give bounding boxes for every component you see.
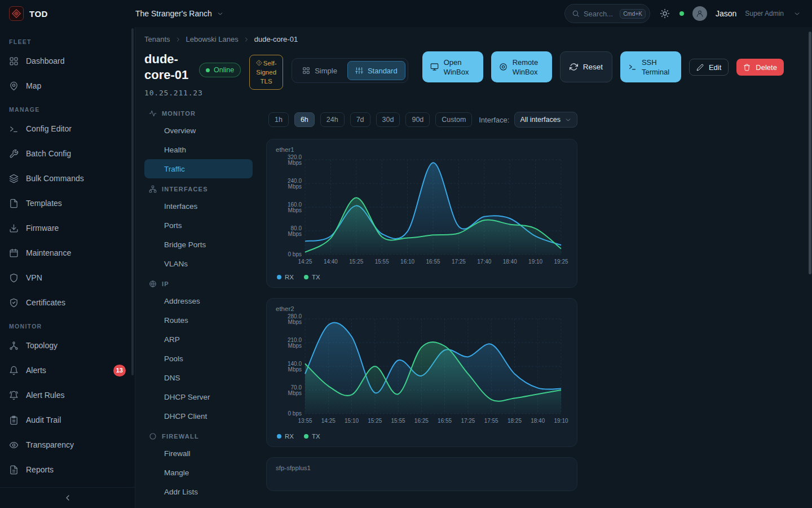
sidebar: FLEETDashboardMapMANAGEConfig EditorBatc… bbox=[0, 27, 135, 508]
range-custom-button[interactable]: Custom bbox=[435, 112, 472, 127]
topology-icon bbox=[9, 341, 19, 351]
subnav-item-vlans[interactable]: VLANs bbox=[144, 254, 253, 273]
subnav-item-overview[interactable]: Overview bbox=[144, 121, 253, 140]
sidebar-scrollbar[interactable] bbox=[131, 28, 134, 375]
breadcrumb-tenants[interactable]: Tenants bbox=[144, 35, 170, 43]
chart-title: ether2 bbox=[276, 305, 568, 312]
subnav-item-mangle[interactable]: Mangle bbox=[144, 463, 253, 482]
sidebar-item-label: Bulk Commands bbox=[26, 174, 84, 183]
alert-diamond-icon bbox=[256, 60, 262, 66]
subnav-item-health[interactable]: Health bbox=[144, 140, 253, 159]
globe-icon bbox=[149, 280, 157, 288]
sidebar-item-vpn[interactable]: VPN bbox=[0, 265, 135, 290]
app-root: TOD The Stranger's Ranch Cmd+K Jason Sup… bbox=[0, 0, 812, 508]
subnav-item-pools[interactable]: Pools bbox=[144, 349, 253, 368]
sidebar-item-alert-rules[interactable]: Alert Rules bbox=[0, 383, 135, 408]
range-30d-button[interactable]: 30d bbox=[376, 112, 400, 127]
sidebar-item-label: Alert Rules bbox=[26, 391, 64, 400]
subnav-item-firewall[interactable]: Firewall bbox=[144, 444, 253, 463]
sidebar-item-label: Firmware bbox=[26, 224, 59, 233]
mode-standard-button[interactable]: Standard bbox=[347, 61, 405, 80]
subnav-item-bridge-ports[interactable]: Bridge Ports bbox=[144, 235, 253, 254]
page-scrollbar[interactable] bbox=[809, 32, 811, 274]
legend-dot-icon bbox=[277, 275, 281, 279]
open-winbox-button[interactable]: Open WinBox bbox=[422, 51, 483, 82]
svg-text:Mbps: Mbps bbox=[288, 207, 302, 213]
svg-text:13:55: 13:55 bbox=[298, 418, 312, 424]
sidebar-item-transparency[interactable]: Transparency bbox=[0, 432, 135, 457]
edit-button[interactable]: Edit bbox=[689, 59, 729, 76]
chart-legend: RXTX bbox=[276, 433, 568, 440]
bell-ring-icon bbox=[9, 391, 19, 400]
subnav-item-interfaces[interactable]: Interfaces bbox=[144, 196, 253, 216]
device-header: dude-core-01 10.25.211.23 Online Self-Si… bbox=[144, 51, 812, 97]
delete-button[interactable]: Delete bbox=[736, 59, 784, 76]
view-mode-toggle: Simple Standard bbox=[292, 58, 408, 83]
search-shortcut-badge: Cmd+K bbox=[620, 9, 646, 19]
sidebar-nav: FLEETDashboardMapMANAGEConfig EditorBatc… bbox=[0, 27, 135, 487]
tod-logo-icon bbox=[9, 6, 24, 21]
topbar: TOD The Stranger's Ranch Cmd+K Jason Sup… bbox=[0, 0, 812, 27]
svg-text:Mbps: Mbps bbox=[288, 160, 302, 166]
search-input[interactable] bbox=[584, 10, 616, 18]
reset-button[interactable]: Reset bbox=[560, 51, 612, 82]
circle-icon bbox=[149, 432, 157, 440]
sidebar-item-label: Batch Config bbox=[26, 149, 71, 158]
network-icon bbox=[149, 185, 157, 193]
subnav-item-traffic[interactable]: Traffic bbox=[144, 159, 253, 178]
sidebar-item-label: Config Editor bbox=[26, 124, 72, 133]
ssh-terminal-button[interactable]: SSH Terminal bbox=[620, 51, 681, 82]
sidebar-item-dashboard[interactable]: Dashboard bbox=[0, 49, 135, 73]
range-6h-button[interactable]: 6h bbox=[294, 112, 315, 127]
sidebar-item-bulk-commands[interactable]: Bulk Commands bbox=[0, 166, 135, 191]
eye-icon bbox=[9, 440, 19, 450]
sidebar-item-label: Alerts bbox=[26, 366, 46, 375]
sidebar-item-topology[interactable]: Topology bbox=[0, 333, 135, 358]
sidebar-item-certificates[interactable]: Certificates bbox=[0, 290, 135, 315]
sidebar-item-reports[interactable]: Reports bbox=[0, 457, 135, 482]
sidebar-item-batch-config[interactable]: Batch Config bbox=[0, 141, 135, 166]
range-24h-button[interactable]: 24h bbox=[320, 112, 345, 127]
subnav-item-dns[interactable]: DNS bbox=[144, 368, 253, 387]
page-title: dude-core-01 bbox=[144, 51, 191, 83]
range-90d-button[interactable]: 90d bbox=[405, 112, 430, 127]
subnav-item-routes[interactable]: Routes bbox=[144, 310, 253, 330]
calendar-icon bbox=[9, 248, 19, 258]
search-bar[interactable]: Cmd+K bbox=[564, 4, 650, 23]
subnav-item-ports[interactable]: Ports bbox=[144, 216, 253, 235]
breadcrumb-lebowski-lanes[interactable]: Lebowski Lanes bbox=[186, 35, 239, 43]
subnav-item-arp[interactable]: ARP bbox=[144, 330, 253, 349]
sidebar-section-fleet: FLEET bbox=[0, 30, 135, 49]
sidebar-item-firmware[interactable]: Firmware bbox=[0, 216, 135, 240]
svg-text:19:10: 19:10 bbox=[554, 418, 568, 424]
chevron-right-icon bbox=[243, 36, 250, 43]
traffic-chart: 0 bps70.0Mbps140.0Mbps210.0Mbps280.0Mbps… bbox=[276, 313, 569, 430]
remote-winbox-button[interactable]: Remote WinBox bbox=[491, 51, 552, 82]
interface-select[interactable]: All interfaces bbox=[514, 112, 577, 128]
sidebar-item-maintenance[interactable]: Maintenance bbox=[0, 240, 135, 265]
interface-picker: Interface: All interfaces bbox=[479, 112, 577, 128]
sidebar-item-alerts[interactable]: Alerts13 bbox=[0, 358, 135, 383]
sidebar-item-label: Topology bbox=[26, 341, 58, 350]
sidebar-item-templates[interactable]: Templates bbox=[0, 191, 135, 216]
legend-dot-icon bbox=[304, 434, 308, 439]
sidebar-item-map[interactable]: Map bbox=[0, 73, 135, 98]
range-7d-button[interactable]: 7d bbox=[350, 112, 370, 127]
user-menu-button[interactable] bbox=[792, 9, 802, 19]
status-badge: Online bbox=[199, 63, 241, 77]
range-1h-button[interactable]: 1h bbox=[268, 112, 289, 127]
subnav-item-dhcp-client[interactable]: DHCP Client bbox=[144, 406, 253, 426]
mode-simple-button[interactable]: Simple bbox=[294, 61, 345, 80]
app-logo[interactable]: TOD bbox=[0, 6, 135, 21]
subnav-item-dhcp-server[interactable]: DHCP Server bbox=[144, 387, 253, 406]
svg-text:17:25: 17:25 bbox=[452, 259, 466, 265]
subnav-item-addr-lists[interactable]: Addr Lists bbox=[144, 482, 253, 501]
trash-icon bbox=[743, 64, 751, 71]
tenant-selector[interactable]: The Stranger's Ranch bbox=[135, 9, 224, 18]
subnav-item-addresses[interactable]: Addresses bbox=[144, 291, 253, 310]
avatar[interactable] bbox=[692, 6, 707, 21]
theme-toggle-button[interactable] bbox=[659, 7, 671, 20]
sidebar-collapse-button[interactable] bbox=[63, 493, 72, 502]
sidebar-item-config-editor[interactable]: Config Editor bbox=[0, 116, 135, 141]
sidebar-item-audit-trail[interactable]: Audit Trail bbox=[0, 408, 135, 432]
